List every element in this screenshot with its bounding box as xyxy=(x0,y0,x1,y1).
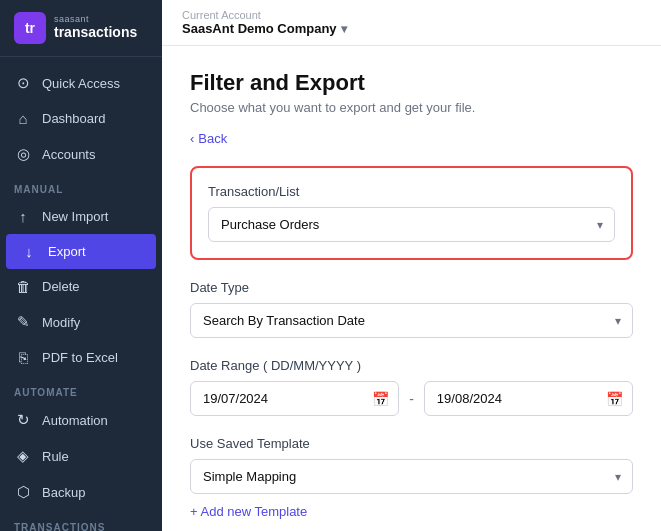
date-type-section: Date Type Search By Transaction Date Sea… xyxy=(190,280,633,338)
transaction-list-section: Transaction/List Purchase Orders Bills I… xyxy=(190,166,633,260)
saved-template-section: Use Saved Template Simple Mapping Advanc… xyxy=(190,436,633,519)
logo-text: saasant transactions xyxy=(54,15,137,40)
sidebar-item-label: Dashboard xyxy=(42,111,106,126)
sidebar-nav: ⊙ Quick Access ⌂ Dashboard ◎ Accounts MA… xyxy=(0,57,162,531)
page-subtitle: Choose what you want to export and get y… xyxy=(190,100,633,115)
content-area: Filter and Export Choose what you want t… xyxy=(162,46,661,531)
sidebar-item-dashboard[interactable]: ⌂ Dashboard xyxy=(0,101,162,136)
modify-icon: ✎ xyxy=(14,313,32,331)
sidebar-item-label: Automation xyxy=(42,413,108,428)
sidebar-item-accounts[interactable]: ◎ Accounts xyxy=(0,136,162,172)
sidebar-item-modify[interactable]: ✎ Modify xyxy=(0,304,162,340)
transaction-list-select[interactable]: Purchase Orders Bills Invoices Payments … xyxy=(208,207,615,242)
sidebar-item-new-import[interactable]: ↑ New Import xyxy=(0,199,162,234)
section-transactions: TRANSACTIONS xyxy=(0,510,162,531)
new-import-icon: ↑ xyxy=(14,208,32,225)
backup-icon: ⬡ xyxy=(14,483,32,501)
sidebar-item-backup[interactable]: ⬡ Backup xyxy=(0,474,162,510)
automation-icon: ↻ xyxy=(14,411,32,429)
date-type-label: Date Type xyxy=(190,280,633,295)
section-manual: MANUAL xyxy=(0,172,162,199)
date-range-row: 📅 - 📅 xyxy=(190,381,633,416)
date-from-wrapper: 📅 xyxy=(190,381,399,416)
current-account-label: Current Account xyxy=(182,9,347,21)
delete-icon: 🗑 xyxy=(14,278,32,295)
transaction-list-label: Transaction/List xyxy=(208,184,615,199)
back-button[interactable]: ‹ Back xyxy=(190,131,227,146)
sidebar-item-label: New Import xyxy=(42,209,108,224)
saved-template-select-wrapper: Simple Mapping Advanced Mapping Custom T… xyxy=(190,459,633,494)
brand-main: transactions xyxy=(54,25,137,40)
rule-icon: ◈ xyxy=(14,447,32,465)
sidebar-item-label: PDF to Excel xyxy=(42,350,118,365)
sidebar-item-label: Delete xyxy=(42,279,80,294)
date-range-section: Date Range ( DD/MM/YYYY ) 📅 - 📅 xyxy=(190,358,633,416)
date-type-select[interactable]: Search By Transaction Date Search By Cre… xyxy=(190,303,633,338)
sidebar-item-quick-access[interactable]: ⊙ Quick Access xyxy=(0,65,162,101)
pdf-to-excel-icon: ⎘ xyxy=(14,349,32,366)
date-from-input[interactable] xyxy=(190,381,399,416)
account-selector[interactable]: Current Account SaasAnt Demo Company ▾ xyxy=(182,9,347,36)
sidebar-item-export[interactable]: ↓ Export xyxy=(6,234,156,269)
quick-access-icon: ⊙ xyxy=(14,74,32,92)
date-range-separator: - xyxy=(409,391,414,407)
sidebar-item-label: Rule xyxy=(42,449,69,464)
main-content: Current Account SaasAnt Demo Company ▾ F… xyxy=(162,0,661,531)
logo-icon: tr xyxy=(14,12,46,44)
section-automate: AUTOMATE xyxy=(0,375,162,402)
saved-template-select[interactable]: Simple Mapping Advanced Mapping Custom T… xyxy=(190,459,633,494)
accounts-icon: ◎ xyxy=(14,145,32,163)
back-arrow-icon: ‹ xyxy=(190,131,194,146)
date-to-wrapper: 📅 xyxy=(424,381,633,416)
export-icon: ↓ xyxy=(20,243,38,260)
date-to-input[interactable] xyxy=(424,381,633,416)
sidebar-item-rule[interactable]: ◈ Rule xyxy=(0,438,162,474)
saved-template-label: Use Saved Template xyxy=(190,436,633,451)
sidebar-item-label: Quick Access xyxy=(42,76,120,91)
sidebar-item-label: Modify xyxy=(42,315,80,330)
chevron-down-icon: ▾ xyxy=(341,22,347,36)
page-title: Filter and Export xyxy=(190,70,633,96)
sidebar-item-label: Export xyxy=(48,244,86,259)
current-account-value[interactable]: SaasAnt Demo Company ▾ xyxy=(182,21,347,36)
dashboard-icon: ⌂ xyxy=(14,110,32,127)
sidebar: tr saasant transactions ⊙ Quick Access ⌂… xyxy=(0,0,162,531)
date-range-label: Date Range ( DD/MM/YYYY ) xyxy=(190,358,633,373)
sidebar-item-label: Backup xyxy=(42,485,85,500)
date-type-select-wrapper: Search By Transaction Date Search By Cre… xyxy=(190,303,633,338)
sidebar-item-pdf-to-excel[interactable]: ⎘ PDF to Excel xyxy=(0,340,162,375)
sidebar-item-automation[interactable]: ↻ Automation xyxy=(0,402,162,438)
add-template-button[interactable]: + Add new Template xyxy=(190,504,633,519)
sidebar-logo: tr saasant transactions xyxy=(0,0,162,57)
sidebar-item-delete[interactable]: 🗑 Delete xyxy=(0,269,162,304)
transaction-list-select-wrapper: Purchase Orders Bills Invoices Payments … xyxy=(208,207,615,242)
topbar: Current Account SaasAnt Demo Company ▾ xyxy=(162,0,661,46)
sidebar-item-label: Accounts xyxy=(42,147,95,162)
